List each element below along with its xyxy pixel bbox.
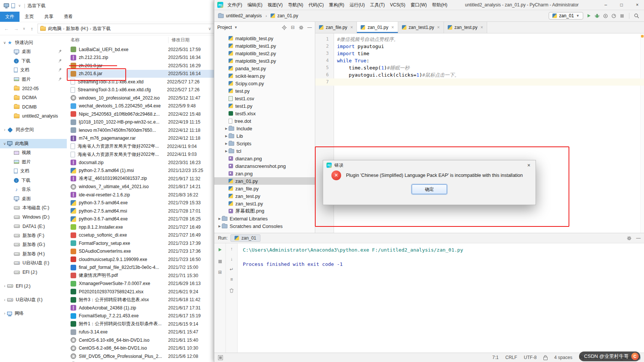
file-row[interactable]: 海南省人力资源开发局关于做好2022年...2022/4/11 9:04 (67, 142, 214, 151)
code-line[interactable]: 5 time.sleep(1)#睡眠一秒 (315, 64, 644, 71)
project-tree-item[interactable]: panda_test.py (214, 65, 315, 72)
editor-tab[interactable]: zan_test1.py× (398, 22, 444, 33)
menu-item[interactable]: 工具(T) (367, 2, 387, 8)
file-row[interactable]: SW_DVD5_Office_Professional_Plus_2...202… (67, 352, 214, 360)
project-tree-item[interactable]: test1.csv (214, 95, 315, 102)
sidebar-item-EFI (J:)[interactable]: EFI (J:) (0, 268, 67, 277)
scroll-to-end-icon[interactable]: ≡ (228, 276, 235, 283)
expander-icon[interactable]: ∨ (2, 41, 7, 45)
up-stack-trace-icon[interactable]: ↑ (228, 246, 235, 252)
sidebar-item-2022-05[interactable]: 2022-05 (0, 84, 67, 94)
menu-item[interactable]: 代码(C) (306, 2, 327, 8)
file-row[interactable]: 准考证_460103199204081537.zip2021/9/17 11:3… (67, 175, 214, 183)
gear-icon[interactable] (297, 23, 305, 32)
expander-icon[interactable]: ∨ (2, 142, 7, 146)
up-icon[interactable]: ↑ (28, 26, 36, 32)
project-tree-item[interactable]: dianzanscreenshot.png (214, 162, 315, 170)
status-item[interactable]: 4 spaces (554, 355, 572, 360)
editor-tab[interactable]: zan_test.py× (444, 22, 487, 33)
minimize-button[interactable]: – (599, 0, 613, 10)
project-tree-item[interactable]: test5.xlsx (214, 110, 315, 117)
rerun-icon[interactable] (216, 246, 224, 254)
file-row[interactable]: StreamingTool-3.0.1-x86.exe.xltd.cfg2022… (67, 86, 214, 94)
sidebar-item-快速访问[interactable]: ∨快速访问 (0, 38, 67, 47)
clear-console-icon[interactable] (227, 286, 236, 294)
project-tree-item[interactable]: ▶Include (214, 125, 315, 132)
status-item[interactable]: 7:1 (492, 355, 499, 360)
file-row[interactable]: python-3.6.7-amd64.exe2021/7/28 16:25 (67, 215, 214, 223)
sidebar-item-DCIMB[interactable]: DCIMB (0, 103, 67, 112)
menu-item[interactable]: 主页 (20, 12, 39, 22)
sidebar-item-新加卷 (F:)[interactable]: 新加卷 (F:) (0, 231, 67, 240)
stop-icon[interactable] (618, 12, 626, 20)
project-tree-item[interactable]: zan.png (214, 170, 315, 177)
column-header-date[interactable]: 修改日期 (169, 37, 190, 43)
file-row[interactable]: LaoBaiCai_UEFI_bd.exe2022/5/31 17:59 (67, 45, 214, 54)
project-tree-item[interactable]: ▶Scratches and Consoles (214, 222, 315, 230)
sidebar-item-视频[interactable]: 视频 (0, 148, 67, 158)
file-row[interactable]: 附件3：公开招聘应聘者信息表.xlsx2021/6/18 11:42 (67, 296, 214, 304)
project-tree-item[interactable]: zan_01.py (214, 177, 315, 185)
file-row[interactable]: FoxmailSetup_7.2.21.453.exe2021/6/17 15:… (67, 312, 214, 320)
menu-item[interactable]: 导航(N) (285, 2, 306, 8)
project-tree-item[interactable]: test.py (214, 87, 315, 95)
sidebar-item-U启动U盘 (I:)[interactable]: U启动U盘 (I:) (0, 259, 67, 268)
collapse-all-icon[interactable]: ⊟ (291, 25, 295, 30)
stop-icon[interactable] (216, 257, 224, 265)
project-tree-item[interactable]: dianzan.png (214, 155, 315, 162)
file-row[interactable]: 附件1：公开招聘岗位职责及任职条件表...2021/6/15 9:14 (67, 320, 214, 328)
hide-panel-icon[interactable]: — (307, 25, 312, 30)
file-row[interactable]: 海南省人力资源开发局关于做好2022年...2022/4/11 9:03 (67, 151, 214, 159)
menu-item[interactable]: 窗口(W) (408, 2, 429, 8)
close-tab-icon[interactable]: × (350, 25, 353, 30)
file-row[interactable]: npp.8.1.2.Installer.exe2021/7/27 16:49 (67, 223, 214, 231)
history-dropdown-icon[interactable]: ∨ (22, 27, 26, 30)
run-tab[interactable]: zan_01 (230, 234, 260, 242)
code-line[interactable]: 6 pyautogui.click(clicks=1)#鼠标点击一下。 (315, 71, 644, 78)
sidebar-item-本地磁盘 (C:)[interactable]: 本地磁盘 (C:) (0, 204, 67, 213)
sidebar-item-文档[interactable]: 文档 (0, 66, 67, 75)
breadcrumb-item[interactable]: untitled2_analysis (226, 13, 262, 18)
breadcrumb-item[interactable]: zan_01.py (277, 13, 298, 18)
code-line[interactable]: 7 (315, 78, 644, 86)
hide-panel-icon[interactable]: — (636, 235, 641, 241)
file-row[interactable]: windows_7_ultimate_x64_2021.iso2021/8/17… (67, 183, 214, 191)
file-row[interactable]: 健康情况声明书.pdf2021/7/1 15:30 (67, 272, 214, 280)
status-item[interactable]: CRLF (506, 355, 517, 360)
menu-item[interactable]: 编辑(E) (245, 2, 265, 8)
file-row[interactable]: lenovo m7400m7450fm7600dm7650...2022/4/1… (67, 126, 214, 134)
file-row[interactable]: SDAudioConverterIns.exe2021/7/23 17:36 (67, 247, 214, 256)
file-row[interactable]: P020201029370375892421.xlsx2021/6/21 9:2… (67, 288, 214, 296)
project-tree-item[interactable]: 屏幕截图.png (214, 207, 315, 215)
file-row[interactable]: m74_m76_pagemanager.rar2022/4/12 11:18 (67, 134, 214, 143)
column-header-name[interactable]: 名称 (71, 37, 169, 43)
file-row[interactable]: CentOS-6.2-x86_64-bin-DVD1.iso2021/6/1 1… (67, 344, 214, 353)
menu-item[interactable]: 文件 (0, 12, 20, 22)
project-tree-item[interactable]: Scipy.com.py (214, 80, 315, 87)
sidebar-item-下载[interactable]: 下载 (0, 176, 67, 185)
file-row[interactable]: zh.212.231.zip2022/5/31 16:34 (67, 54, 214, 62)
down-stack-trace-icon[interactable]: ↓ (228, 256, 235, 262)
project-tree-item[interactable]: test1.py (214, 102, 315, 110)
project-tree-item[interactable]: matplotlib_test3.py (214, 57, 315, 65)
project-tree-item[interactable]: zan_file.py (214, 185, 315, 192)
code-line[interactable]: 1#微信视频号自动点赞程序。 (315, 36, 644, 43)
file-row[interactable]: ide-eval-resetter-2.1.6.zip2021/8/3 16:2… (67, 191, 214, 199)
quick-access-toolbar-dropdown-icon[interactable]: ∨ (17, 4, 22, 8)
expander-icon[interactable]: ▶ (217, 217, 222, 220)
expander-icon[interactable]: ▶ (224, 149, 229, 153)
expander-icon[interactable]: › (2, 311, 7, 315)
file-row[interactable]: FormatFactory_setup.exe2021/7/23 17:39 (67, 239, 214, 247)
breadcrumb-item[interactable]: 新加卷 (H:) (66, 26, 88, 31)
sidebar-item-新加卷 (H:)[interactable]: 新加卷 (H:) (0, 249, 67, 259)
expander-icon[interactable]: › (2, 298, 7, 302)
breadcrumb-item[interactable]: 迅雷下载 (93, 26, 111, 31)
expander-icon[interactable]: ▶ (224, 142, 229, 145)
project-tree-item[interactable]: ▶tcl (214, 147, 315, 155)
project-tree-item[interactable]: matplotlib_test1.py (214, 42, 315, 50)
menu-item[interactable]: 文件(F) (225, 2, 245, 8)
sidebar-item-新加卷 (G:)[interactable]: 新加卷 (G:) (0, 240, 67, 250)
sidebar-item-untitled2_analysis[interactable]: untitled2_analysis (0, 112, 67, 121)
project-tree-item[interactable]: matplotlib_test2.py (214, 50, 315, 57)
file-row[interactable]: XmanagerPowerSuite-7.0.0007.exe2021/6/29… (67, 280, 214, 288)
